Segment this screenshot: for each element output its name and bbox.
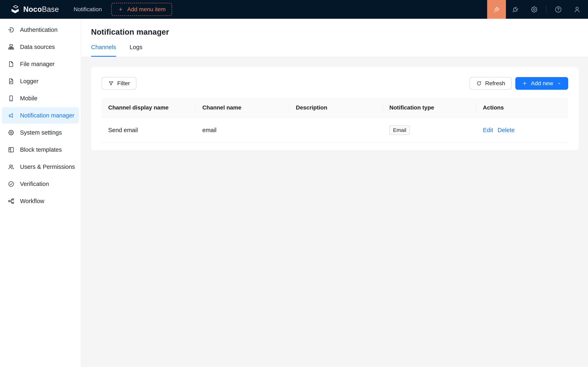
- sidebar-item-label: Authentication: [20, 26, 58, 33]
- page-header: Notification manager Channels Logs: [81, 19, 588, 57]
- sidebar-item-file-manager[interactable]: File manager: [2, 56, 79, 72]
- column-header-channel-display-name: Channel display name: [102, 98, 196, 117]
- tab-label: Channels: [91, 44, 116, 50]
- sidebar-item-system-settings[interactable]: System settings: [2, 124, 79, 141]
- tab-channels[interactable]: Channels: [91, 44, 116, 57]
- table-row: Send email email Email EditDelete: [102, 117, 568, 143]
- plug-icon: [512, 6, 519, 13]
- column-header-description: Description: [289, 98, 383, 117]
- sidebar-item-label: Notification manager: [20, 112, 74, 119]
- reload-icon: [476, 81, 482, 86]
- cell-description: [289, 117, 383, 143]
- sidebar-item-logger[interactable]: Logger: [2, 73, 79, 89]
- add-new-button[interactable]: Add new: [515, 77, 568, 90]
- channels-card: Filter Refresh: [91, 67, 579, 150]
- nocobase-logo-icon: [10, 4, 20, 14]
- channels-table: Channel display name Channel name Descri…: [102, 98, 568, 143]
- users-icon: [8, 164, 15, 170]
- highlighter-icon: [493, 6, 501, 13]
- file-text-icon: [8, 78, 15, 85]
- sidebar-item-label: Verification: [20, 181, 49, 187]
- cell-actions: EditDelete: [476, 117, 568, 143]
- column-header-notification-type: Notification type: [383, 98, 476, 117]
- filter-button[interactable]: Filter: [102, 77, 136, 90]
- navbar-divider: [546, 6, 546, 13]
- add-menu-item-button[interactable]: Add menu item: [111, 3, 172, 16]
- help-button[interactable]: [549, 0, 568, 19]
- tab-label: Logs: [130, 44, 143, 50]
- column-header-channel-name: Channel name: [196, 98, 289, 117]
- delete-link[interactable]: Delete: [498, 127, 515, 133]
- logo-wordmark: NocoBase: [23, 5, 59, 14]
- nocobase-logo: NocoBase: [10, 4, 59, 14]
- app-root: NocoBase Notification Add menu item: [0, 0, 588, 367]
- content-area: Filter Refresh: [81, 57, 588, 150]
- column-header-actions: Actions: [476, 98, 568, 117]
- mobile-icon: [8, 95, 15, 102]
- file-icon: [8, 61, 15, 67]
- cell-display-name: Send email: [102, 117, 196, 143]
- sidebar-item-workflow[interactable]: Workflow: [2, 193, 79, 209]
- refresh-label: Refresh: [485, 80, 505, 87]
- plugins-button[interactable]: [506, 0, 525, 19]
- chevron-down-icon: [557, 81, 562, 86]
- sidebar-item-users-permissions[interactable]: Users & Permissions: [2, 159, 79, 175]
- sidebar-item-label: Users & Permissions: [20, 164, 75, 170]
- table-header-row: Channel display name Channel name Descri…: [102, 98, 568, 117]
- cluster-icon: [8, 44, 15, 50]
- cell-channel-name: email: [196, 117, 289, 143]
- navbar-actions: [487, 0, 588, 19]
- gear-icon: [530, 6, 538, 13]
- main-area: Notification manager Channels Logs Filte…: [81, 19, 588, 367]
- check-circle-icon: [8, 181, 15, 187]
- plus-icon: [522, 81, 527, 86]
- settings-sidebar: Authentication Data sources File manager: [0, 19, 81, 367]
- settings-button[interactable]: [525, 0, 544, 19]
- sidebar-item-mobile[interactable]: Mobile: [2, 90, 79, 106]
- sidebar-item-verification[interactable]: Verification: [2, 176, 79, 192]
- edit-link[interactable]: Edit: [483, 127, 493, 133]
- add-menu-item-label: Add menu item: [127, 6, 165, 13]
- refresh-button[interactable]: Refresh: [470, 77, 512, 90]
- sidebar-item-authentication[interactable]: Authentication: [2, 22, 79, 38]
- layout-icon: [8, 146, 15, 153]
- top-navbar: NocoBase Notification Add menu item: [0, 0, 588, 19]
- add-new-label: Add new: [531, 80, 553, 87]
- sidebar-item-label: Logger: [20, 78, 38, 85]
- megaphone-icon: [8, 112, 15, 119]
- body-row: Authentication Data sources File manager: [0, 19, 588, 367]
- plus-icon: [118, 7, 123, 12]
- sidebar-item-block-templates[interactable]: Block templates: [2, 142, 79, 158]
- toolbar-right: Refresh Add new: [470, 77, 568, 90]
- workflow-icon: [8, 198, 15, 205]
- user-icon: [573, 6, 581, 13]
- nav-item-notification[interactable]: Notification: [73, 6, 102, 13]
- tabs: Channels Logs: [91, 44, 578, 57]
- funnel-icon: [108, 81, 114, 86]
- tab-logs[interactable]: Logs: [130, 44, 143, 57]
- ui-editor-button[interactable]: [487, 0, 506, 19]
- user-button[interactable]: [568, 0, 586, 19]
- sidebar-item-notification-manager[interactable]: Notification manager: [2, 107, 79, 124]
- sidebar-item-label: Mobile: [20, 95, 37, 102]
- filter-label: Filter: [117, 80, 130, 87]
- sidebar-item-label: File manager: [20, 61, 54, 67]
- gear-icon: [8, 129, 15, 136]
- card-toolbar: Filter Refresh: [102, 77, 568, 90]
- sidebar-item-label: Workflow: [20, 198, 44, 205]
- sidebar-item-label: Block templates: [20, 146, 62, 153]
- sidebar-item-data-sources[interactable]: Data sources: [2, 39, 79, 55]
- sidebar-item-label: System settings: [20, 129, 62, 136]
- sidebar-item-label: Data sources: [20, 44, 55, 50]
- cell-notification-type: Email: [383, 117, 476, 143]
- page-title: Notification manager: [91, 28, 578, 36]
- question-circle-icon: [554, 6, 562, 13]
- notification-type-tag: Email: [389, 125, 410, 135]
- login-icon: [8, 26, 15, 33]
